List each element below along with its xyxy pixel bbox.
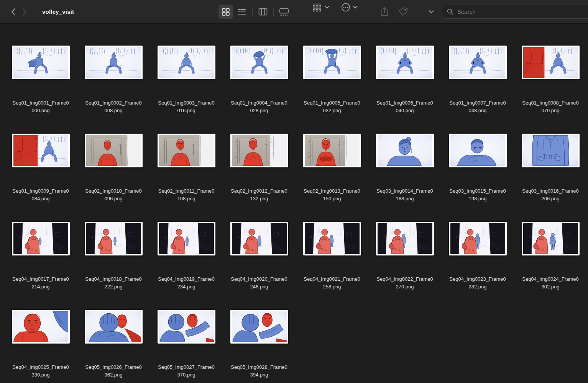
file-item[interactable]: Seq01_Img0008_Frame0070.png	[514, 46, 587, 134]
view-columns-button[interactable]	[256, 5, 270, 19]
file-item[interactable]: Seq01_Img0009_Frame0084.png	[4, 134, 77, 222]
file-name[interactable]: Seq04_Img0025_Frame0330.png	[5, 363, 76, 379]
file-name[interactable]: Seq02_Img0011_Frame0108.png	[151, 187, 222, 203]
file-thumbnail[interactable]	[12, 310, 70, 344]
file-item[interactable]: Seq01_Img0001_Frame0000.png	[4, 46, 77, 134]
file-thumbnail[interactable]	[303, 222, 361, 255]
file-thumbnail[interactable]	[12, 222, 70, 255]
file-name[interactable]: Seq01_Img0005_Frame0032.png	[296, 99, 368, 115]
file-thumbnail[interactable]	[522, 222, 580, 255]
file-name-line: Seq03_Img0015_Frame0	[442, 187, 513, 195]
file-item[interactable]: Seq03_Img0015_Frame0198.png	[441, 134, 514, 222]
file-name[interactable]: Seq02_Img0012_Frame0132.png	[223, 187, 295, 203]
file-name-line: 214.png	[5, 283, 76, 291]
file-thumbnail[interactable]	[376, 46, 434, 79]
file-name[interactable]: Seq01_Img0004_Frame0028.png	[223, 99, 295, 115]
file-item[interactable]: Seq02_Img0013_Frame0150.png	[296, 134, 368, 222]
storyboard-sketch-image	[86, 311, 141, 342]
file-name[interactable]: Seq03_Img0016_Frame0206.png	[515, 187, 586, 203]
file-item[interactable]: Seq04_Img0019_Frame0234.png	[150, 222, 223, 310]
file-thumbnail[interactable]	[12, 46, 70, 79]
file-item[interactable]: Seq04_Img0025_Frame0330.png	[4, 310, 77, 383]
file-thumbnail[interactable]	[449, 222, 507, 255]
file-name[interactable]: Seq01_Img0001_Frame0000.png	[5, 99, 76, 115]
file-thumbnail[interactable]	[85, 134, 143, 167]
file-item[interactable]: Seq05_Img0028_Frame0394.png	[223, 310, 296, 383]
file-thumbnail[interactable]	[376, 222, 434, 255]
file-thumbnail[interactable]	[522, 134, 580, 167]
view-list-button[interactable]	[235, 5, 249, 19]
file-name[interactable]: Seq01_Img0007_Frame0048.png	[442, 99, 513, 115]
file-name[interactable]: Seq04_Img0018_Frame0222.png	[78, 275, 149, 291]
file-item[interactable]: Seq03_Img0016_Frame0206.png	[514, 134, 587, 222]
file-thumbnail[interactable]	[303, 134, 361, 167]
file-item[interactable]: Seq04_Img0024_Frame0302.png	[514, 222, 587, 310]
file-item[interactable]: Seq05_Img0027_Frame0370.png	[150, 310, 223, 383]
file-name[interactable]: Seq05_Img0026_Frame0362.png	[78, 363, 149, 379]
file-thumbnail[interactable]	[230, 134, 288, 167]
file-thumbnail[interactable]	[449, 134, 507, 167]
file-thumbnail[interactable]	[158, 310, 215, 344]
file-name[interactable]: Seq02_Img0010_Frame0096.png	[78, 187, 149, 203]
file-name[interactable]: Seq01_Img0002_Frame0008.png	[78, 99, 149, 115]
file-name[interactable]: Seq04_Img0020_Frame0246.png	[223, 275, 295, 291]
file-thumbnail[interactable]	[376, 134, 434, 167]
file-item[interactable]: Seq04_Img0022_Frame0270.png	[368, 222, 441, 310]
back-button[interactable]	[7, 5, 19, 18]
file-item[interactable]: Seq01_Img0007_Frame0048.png	[441, 46, 514, 134]
file-name[interactable]: Seq03_Img0015_Frame0198.png	[442, 187, 513, 203]
file-item[interactable]: Seq04_Img0017_Frame0214.png	[4, 222, 77, 310]
file-item[interactable]: Seq03_Img0014_Frame0168.png	[368, 134, 441, 222]
file-name[interactable]: Seq01_Img0006_Frame0040.png	[369, 99, 440, 115]
file-thumbnail[interactable]	[522, 46, 580, 79]
file-thumbnail[interactable]	[12, 134, 70, 167]
file-item[interactable]: Seq01_Img0006_Frame0040.png	[368, 46, 441, 134]
file-thumbnail[interactable]	[449, 46, 507, 79]
file-item[interactable]: Seq02_Img0012_Frame0132.png	[223, 134, 296, 222]
file-name[interactable]: Seq04_Img0021_Frame0258.png	[296, 275, 368, 291]
search-field[interactable]	[443, 5, 588, 19]
file-name-line: Seq04_Img0017_Frame0	[5, 275, 76, 283]
file-name[interactable]: Seq05_Img0028_Frame0394.png	[223, 363, 295, 379]
file-item[interactable]: Seq02_Img0011_Frame0108.png	[150, 134, 223, 222]
file-item[interactable]: Seq04_Img0020_Frame0246.png	[223, 222, 296, 310]
file-name[interactable]: Seq05_Img0027_Frame0370.png	[151, 363, 222, 379]
file-name[interactable]: Seq03_Img0014_Frame0168.png	[369, 187, 440, 203]
file-thumbnail[interactable]	[85, 310, 143, 344]
file-thumbnail[interactable]	[230, 222, 288, 255]
file-name-line: 096.png	[78, 195, 149, 203]
file-thumbnail[interactable]	[230, 46, 288, 79]
more-actions-dropdown[interactable]	[339, 0, 360, 15]
file-item[interactable]: Seq01_Img0004_Frame0028.png	[223, 46, 296, 134]
file-thumbnail[interactable]	[85, 46, 143, 79]
storyboard-sketch-image	[450, 135, 505, 166]
file-thumbnail[interactable]	[303, 46, 361, 79]
file-name[interactable]: Seq01_Img0009_Frame0084.png	[5, 187, 76, 203]
file-name[interactable]: Seq01_Img0003_Frame0016.png	[151, 99, 222, 115]
file-name[interactable]: Seq01_Img0008_Frame0070.png	[515, 99, 586, 115]
file-item[interactable]: Seq01_Img0003_Frame0016.png	[150, 46, 223, 134]
file-name[interactable]: Seq02_Img0013_Frame0150.png	[296, 187, 368, 203]
file-thumbnail[interactable]	[158, 46, 215, 79]
group-by-dropdown[interactable]	[310, 0, 332, 15]
view-grid-button[interactable]	[218, 5, 233, 19]
toolbar-overflow-button[interactable]	[429, 0, 434, 23]
file-item[interactable]: Seq01_Img0002_Frame0008.png	[77, 46, 150, 134]
file-thumbnail[interactable]	[85, 222, 143, 255]
file-thumbnail[interactable]	[230, 310, 288, 344]
file-name[interactable]: Seq04_Img0017_Frame0214.png	[5, 275, 76, 291]
file-name[interactable]: Seq04_Img0022_Frame0270.png	[369, 275, 440, 291]
file-item[interactable]: Seq04_Img0023_Frame0282.png	[441, 222, 514, 310]
file-item[interactable]: Seq05_Img0026_Frame0362.png	[77, 310, 150, 383]
file-name[interactable]: Seq04_Img0023_Frame0282.png	[442, 275, 513, 291]
file-name[interactable]: Seq04_Img0019_Frame0234.png	[151, 275, 222, 291]
file-item[interactable]: Seq04_Img0021_Frame0258.png	[296, 222, 368, 310]
file-item[interactable]: Seq02_Img0010_Frame0096.png	[77, 134, 150, 222]
search-input[interactable]	[457, 8, 588, 15]
file-thumbnail[interactable]	[158, 134, 215, 167]
file-item[interactable]: Seq04_Img0018_Frame0222.png	[77, 222, 150, 310]
file-name[interactable]: Seq04_Img0024_Frame0302.png	[515, 275, 586, 291]
file-item[interactable]: Seq01_Img0005_Frame0032.png	[296, 46, 368, 134]
file-thumbnail[interactable]	[158, 222, 215, 255]
view-gallery-button[interactable]	[277, 5, 291, 19]
